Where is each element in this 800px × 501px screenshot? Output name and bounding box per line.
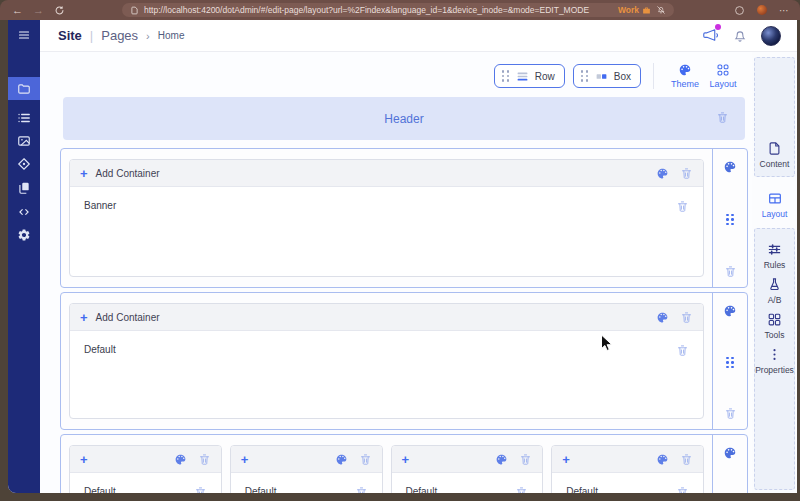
header-section-label: Header [384,112,423,126]
row-trash-icon[interactable] [724,265,737,278]
sidebar-item-site-browser[interactable] [8,77,40,100]
hamburger-icon [17,29,31,41]
breadcrumb-section[interactable]: Pages [101,28,138,43]
container-header: + [552,446,703,473]
add-row-button[interactable]: Row [494,64,565,88]
flask-icon [767,277,782,292]
tab-ab-label: A/B [768,295,782,305]
header-section[interactable]: Header [63,97,745,140]
trash-icon[interactable] [515,486,528,493]
sidebar-item-marketing[interactable] [8,152,40,176]
notifications-button[interactable] [732,28,748,44]
container-box: + Add Container Banner [69,159,704,277]
breadcrumb: Site | Pages › Home [58,28,184,43]
row-drag-handle-icon[interactable] [726,357,734,369]
breadcrumb-separator: | [90,28,93,43]
sidebar-item-settings[interactable] [8,223,40,247]
breadcrumb-site[interactable]: Site [58,28,82,43]
style-palette-icon[interactable] [495,453,508,466]
announcements-button[interactable] [702,27,719,44]
trash-icon[interactable] [680,453,693,466]
row-trash-icon[interactable] [724,407,737,420]
alerts-icon[interactable] [656,5,666,15]
browser-avatar[interactable] [757,5,767,15]
trash-icon[interactable] [680,167,693,180]
plus-icon[interactable]: + [80,452,88,467]
document-icon [767,141,782,156]
plus-icon[interactable]: + [402,452,410,467]
trash-icon[interactable] [355,486,368,493]
target-icon [17,157,31,171]
plus-icon[interactable]: + [562,452,570,467]
trash-icon[interactable] [676,486,689,493]
trash-icon[interactable] [676,344,689,357]
sidebar-item-templates[interactable] [8,176,40,200]
url-bar[interactable]: http://localhost:4200/dotAdmin/#/edit-pa… [122,3,674,17]
tab-ab-testing[interactable]: A/B [767,277,782,305]
theme-button[interactable]: Theme [666,63,704,89]
tab-tools[interactable]: Tools [765,312,785,340]
container-box: + Add Container Default [69,303,704,419]
browser-back-icon[interactable]: ← [12,4,23,16]
container-title: Default [84,486,116,493]
breadcrumb-page[interactable]: Home [158,30,185,41]
briefcase-icon [642,6,651,15]
layout-properties-button[interactable]: Layout [704,63,742,89]
trash-icon[interactable] [519,453,532,466]
add-box-button[interactable]: Box [573,64,641,88]
sidebar-item-dev-tools[interactable] [8,200,40,224]
browser-extensions-icon[interactable] [734,5,745,16]
row-drag-handle-icon[interactable] [726,214,734,226]
right-rail: Content Layout Rules A/B Tools Propertie… [752,52,797,493]
style-palette-icon[interactable] [656,167,669,180]
container-box: + Default [69,445,222,493]
style-palette-icon[interactable] [174,453,187,466]
container-header: + [70,446,221,473]
trash-icon[interactable] [716,111,729,124]
kebab-menu-icon [767,347,782,362]
tab-rules[interactable]: Rules [764,242,786,270]
style-palette-icon[interactable] [656,453,669,466]
sidebar-item-assets[interactable] [8,129,40,153]
trash-icon[interactable] [676,200,689,213]
browser-forward-icon[interactable]: → [33,4,44,16]
drag-handle-icon [502,70,510,82]
tab-content[interactable]: Content [760,141,790,169]
tab-properties[interactable]: Properties [755,347,794,375]
layout-row: + Default + [60,434,748,493]
gear-icon [17,228,31,242]
four-squares-icon [767,312,782,327]
add-container-button[interactable]: Add Container [96,168,160,179]
style-palette-icon[interactable] [335,453,348,466]
row-style-palette-icon[interactable] [723,446,737,460]
layout-row: + Add Container Default [60,292,748,430]
browser-profile-chip[interactable]: Work [618,5,651,15]
container-header: + [392,446,543,473]
row-style-palette-icon[interactable] [723,160,737,174]
row-style-palette-icon[interactable] [723,304,737,318]
style-palette-icon[interactable] [656,311,669,324]
sidebar-item-content[interactable] [8,106,40,130]
bell-icon [732,28,748,44]
trash-icon[interactable] [194,486,207,493]
add-container-button[interactable]: Add Container [96,312,160,323]
trash-icon[interactable] [198,453,211,466]
plus-icon[interactable]: + [80,310,88,325]
layout-canvas: Row Box Theme Layout Header [40,52,752,493]
menu-toggle-button[interactable] [8,24,40,46]
trash-icon[interactable] [680,311,693,324]
plus-icon[interactable]: + [80,166,88,181]
container-title: Banner [84,200,116,213]
box-button-label: Box [614,71,631,82]
grid-squares-icon [716,63,730,77]
browser-menu-icon[interactable]: ⋯ [779,5,790,16]
app-header: Site | Pages › Home [40,20,797,52]
plus-icon[interactable]: + [241,452,249,467]
trash-icon[interactable] [359,453,372,466]
tab-layout[interactable]: Layout [752,185,797,225]
left-sidebar [8,20,40,493]
tab-layout-label: Layout [762,209,788,219]
browser-refresh-icon[interactable] [54,5,65,16]
user-avatar[interactable] [761,26,781,46]
box-icon [595,70,608,83]
